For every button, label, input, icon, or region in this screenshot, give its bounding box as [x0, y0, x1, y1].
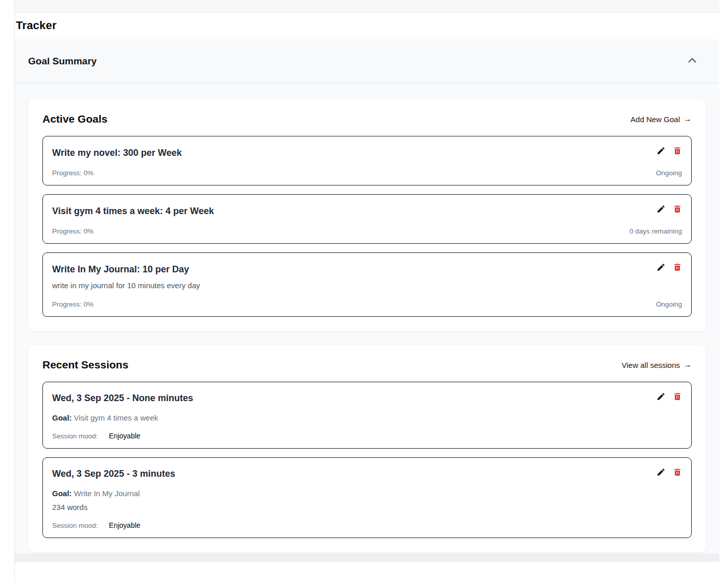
session-goal-value: Visit gym 4 times a week: [74, 413, 158, 422]
goal-summary-body: Active Goals Add New Goal → Write my nov…: [15, 83, 719, 553]
edit-session-button[interactable]: [656, 468, 666, 478]
session-goal-line: Goal: Write In My Journal: [52, 488, 682, 499]
session-mood-label: Session mood:: [52, 432, 98, 440]
page-background-strip: [15, 553, 719, 562]
session-goal-label: Goal:: [52, 489, 72, 498]
goal-progress: Progress: 0%: [52, 227, 94, 235]
trash-icon: [673, 468, 682, 478]
goal-progress: Progress: 0%: [52, 169, 94, 177]
session-goal-value: Write In My Journal: [74, 489, 140, 498]
main-content: Tracker Goal Summary Active Goals Add Ne…: [15, 0, 728, 582]
edit-session-button[interactable]: [656, 392, 666, 402]
recent-sessions-header: Recent Sessions View all sessions →: [42, 359, 692, 371]
goal-card: Visit gym 4 times a week: 4 per Week: [42, 194, 692, 244]
session-title: Wed, 3 Sep 2025 - None minutes: [52, 391, 193, 405]
goal-status: Ongoing: [656, 300, 682, 308]
goal-summary-header[interactable]: Goal Summary: [15, 39, 719, 83]
pencil-icon: [656, 146, 666, 157]
recent-sessions-title: Recent Sessions: [42, 359, 128, 371]
active-goals-section: Active Goals Add New Goal → Write my nov…: [28, 99, 706, 331]
arrow-right-icon: →: [684, 114, 692, 124]
session-goal-line: Goal: Visit gym 4 times a week: [52, 412, 682, 423]
delete-session-button[interactable]: [672, 392, 682, 402]
arrow-right-icon: →: [684, 360, 692, 369]
collapse-button[interactable]: [686, 54, 699, 68]
trash-icon: [673, 146, 682, 157]
session-title: Wed, 3 Sep 2025 - 3 minutes: [52, 467, 175, 480]
active-goals-title: Active Goals: [42, 113, 107, 125]
goal-title: Visit gym 4 times a week: 4 per Week: [52, 204, 214, 218]
goal-description: write in my journal for 10 minutes every…: [52, 280, 682, 291]
goal-card: Write In My Journal: 10 per Day: [42, 252, 692, 317]
pencil-icon: [656, 392, 666, 403]
top-panel-remnant: [15, 0, 719, 13]
session-mood-line: Session mood: Enjoyable: [52, 432, 682, 440]
trash-icon: [673, 392, 682, 403]
session-word-count: 234 words: [52, 502, 682, 513]
session-goal-label: Goal:: [52, 413, 72, 422]
goal-progress: Progress: 0%: [52, 300, 94, 308]
session-mood-value: Enjoyable: [109, 432, 141, 440]
pencil-icon: [656, 263, 666, 273]
goal-title: Write In My Journal: 10 per Day: [52, 262, 189, 276]
delete-goal-button[interactable]: [672, 263, 682, 273]
goal-card: Write my novel: 300 per Week: [42, 136, 692, 185]
session-card: Wed, 3 Sep 2025 - None minutes: [42, 382, 692, 449]
tracker-page: Tracker Goal Summary Active Goals Add Ne…: [0, 0, 728, 582]
session-card: Wed, 3 Sep 2025 - 3 minutes: [42, 457, 692, 538]
trash-icon: [673, 204, 682, 215]
goal-title: Write my novel: 300 per Week: [52, 146, 181, 160]
add-new-goal-link[interactable]: Add New Goal →: [630, 114, 692, 124]
pencil-icon: [656, 204, 666, 215]
active-goals-header: Active Goals Add New Goal →: [42, 113, 692, 125]
chevron-up-icon: [686, 54, 699, 68]
edit-goal-button[interactable]: [656, 263, 666, 273]
delete-session-button[interactable]: [672, 468, 682, 478]
left-gutter: [0, 0, 15, 582]
delete-goal-button[interactable]: [672, 205, 682, 215]
session-mood-value: Enjoyable: [109, 521, 141, 529]
goal-status: Ongoing: [656, 169, 682, 177]
goal-summary-panel: Goal Summary Active Goals Add New Goal →: [15, 39, 719, 553]
view-all-sessions-label: View all sessions: [622, 361, 680, 369]
page-title: Tracker: [15, 13, 728, 39]
edit-goal-button[interactable]: [656, 147, 666, 156]
delete-goal-button[interactable]: [672, 147, 682, 156]
edit-goal-button[interactable]: [656, 205, 666, 215]
recent-sessions-section: Recent Sessions View all sessions → Wed,…: [28, 345, 706, 552]
session-mood-line: Session mood: Enjoyable: [52, 521, 682, 529]
session-mood-label: Session mood:: [52, 522, 98, 529]
view-all-sessions-link[interactable]: View all sessions →: [622, 360, 692, 369]
goal-status: 0 days remaining: [629, 227, 682, 235]
pencil-icon: [656, 468, 666, 478]
goal-summary-title: Goal Summary: [28, 56, 97, 67]
trash-icon: [673, 263, 682, 273]
add-new-goal-label: Add New Goal: [630, 115, 680, 124]
